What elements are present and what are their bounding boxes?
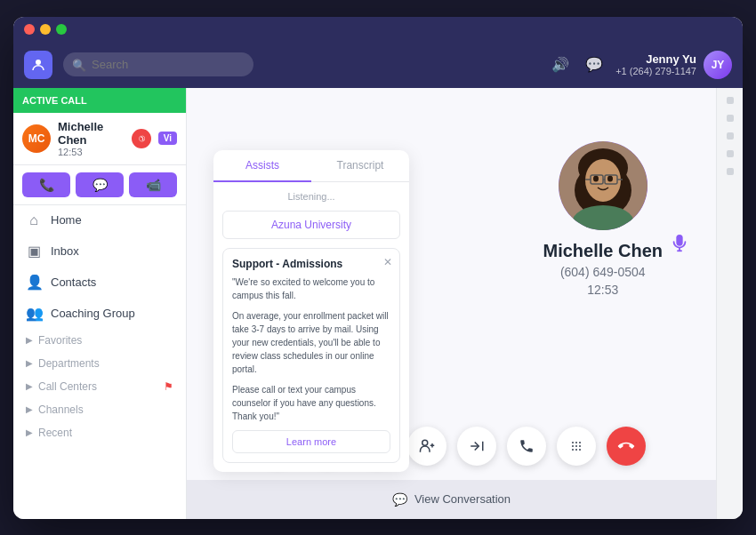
svg-point-23: [422, 440, 427, 445]
sidebar-phone-button[interactable]: 📞: [22, 172, 70, 197]
add-call-button[interactable]: [507, 427, 546, 466]
view-conversation-label: View Conversation: [414, 492, 511, 506]
assists-panel: Assists Transcript Listening... Azuna Un…: [213, 150, 409, 472]
active-call-label: Active Call: [22, 95, 87, 106]
close-dot[interactable]: [24, 24, 35, 35]
contact-info-small: Michelle Chen 12:53: [58, 120, 125, 157]
tab-assists[interactable]: Assists: [213, 150, 311, 182]
main-area: Assists Transcript Listening... Azuna Un…: [187, 88, 716, 519]
contact-full-name: Michelle Chen: [543, 241, 663, 261]
rail-dot-1: [727, 97, 734, 104]
svg-point-32: [579, 442, 581, 443]
add-participant-button[interactable]: [407, 427, 446, 466]
svg-point-33: [572, 445, 574, 447]
rail-dot-4: [727, 150, 734, 157]
transfer-button[interactable]: [457, 427, 496, 466]
assist-suggestion[interactable]: Azuna University: [222, 211, 400, 239]
titlebar: [13, 17, 743, 42]
recent-label: Recent: [38, 427, 72, 439]
assists-tabs: Assists Transcript: [213, 150, 409, 182]
support-card: Support - Admissions ✕ "We're so excited…: [222, 248, 400, 463]
mac-window: 🔍 🔊 💬 Jenny Yu +1 (264) 279-1147 JY: [13, 17, 743, 519]
avatar-initials: JY: [712, 59, 725, 71]
favorites-arrow: ▶: [26, 335, 33, 345]
user-phone: +1 (264) 279-1147: [615, 66, 696, 76]
sidebar-item-inbox-label: Inbox: [51, 244, 79, 258]
search-input[interactable]: [63, 52, 253, 76]
svg-point-36: [572, 449, 574, 451]
coaching-icon: 👥: [26, 305, 42, 322]
home-icon: ⌂: [26, 212, 42, 228]
support-text-1: "We're so excited to welcome you to camp…: [232, 275, 390, 302]
contact-phone: (604) 649-0504: [543, 265, 663, 279]
avatar[interactable]: JY: [704, 51, 732, 79]
maximize-dot[interactable]: [56, 24, 67, 35]
support-close-button[interactable]: ✕: [383, 256, 392, 268]
keypad-button[interactable]: [557, 427, 596, 466]
favorites-label: Favorites: [38, 334, 82, 347]
call-actions-row: 📞 💬 📹: [13, 165, 186, 205]
svg-point-12: [593, 175, 599, 181]
contacts-icon: 👤: [26, 274, 42, 291]
sidebar-section-departments[interactable]: ▶ Departments: [13, 352, 186, 375]
sidebar-item-home[interactable]: ⌂ Home: [13, 205, 186, 236]
sidebar-chat-button[interactable]: 💬: [76, 172, 124, 197]
assist-listening: Listening...: [213, 182, 409, 211]
sidebar-section-channels[interactable]: ▶ Channels: [13, 398, 186, 421]
svg-point-30: [572, 442, 574, 443]
top-bar: 🔍 🔊 💬 Jenny Yu +1 (264) 279-1147 JY: [13, 42, 743, 88]
user-name: Jenny Yu: [615, 52, 696, 66]
mic-icon-top[interactable]: [661, 225, 698, 267]
learn-more-button[interactable]: Learn more: [232, 430, 390, 453]
sidebar-item-contacts[interactable]: 👤 Contacts: [13, 267, 186, 298]
callcenters-flag: ⚑: [164, 380, 173, 393]
call-view: Assists Transcript Listening... Azuna Un…: [187, 88, 716, 412]
sidebar-section-favorites[interactable]: ▶ Favorites: [13, 329, 186, 352]
rail-dot-2: [727, 115, 734, 122]
departments-arrow: ▶: [26, 358, 33, 368]
active-call-banner: Active Call: [13, 88, 186, 113]
view-conversation-bar[interactable]: 💬 View Conversation: [187, 480, 716, 519]
sidebar-item-coaching-label: Coaching Group: [51, 307, 135, 320]
rail-dot-5: [727, 168, 734, 175]
support-text-2: On average, your enrollment packet will …: [232, 309, 390, 376]
contact-card: Michelle Chen (604) 649-0504 12:53: [543, 141, 663, 297]
minimize-dot[interactable]: [40, 24, 51, 35]
view-conversation-icon: 💬: [392, 492, 407, 507]
svg-point-34: [575, 445, 577, 447]
channels-arrow: ▶: [26, 404, 33, 414]
channels-label: Channels: [38, 403, 84, 416]
sidebar-video-button[interactable]: 📹: [129, 172, 177, 197]
rail-dot-3: [727, 132, 734, 140]
sidebar-item-contacts-label: Contacts: [51, 275, 96, 289]
vi-badge: Vi: [158, 132, 177, 145]
right-rail: [716, 88, 743, 519]
end-call-sidebar-button[interactable]: ✆: [127, 124, 155, 152]
inbox-icon: ▣: [26, 243, 42, 260]
tab-transcript[interactable]: Transcript: [311, 150, 409, 181]
recent-arrow: ▶: [26, 427, 33, 437]
contact-duration: 12:53: [543, 283, 663, 297]
sidebar-item-inbox[interactable]: ▣ Inbox: [13, 236, 186, 267]
svg-point-35: [579, 445, 581, 447]
topbar-right: 🔊 💬 Jenny Yu +1 (264) 279-1147 JY: [548, 51, 732, 79]
speaker-icon[interactable]: 🔊: [548, 52, 573, 76]
callcenters-arrow: ▶: [26, 381, 33, 391]
sidebar-section-recent[interactable]: ▶ Recent: [13, 421, 186, 444]
sidebar-item-coaching[interactable]: 👥 Coaching Group: [13, 298, 186, 329]
svg-point-0: [36, 60, 41, 65]
chat-icon[interactable]: 💬: [582, 52, 607, 76]
app-body: 🔍 🔊 💬 Jenny Yu +1 (264) 279-1147 JY: [13, 42, 743, 519]
end-call-button[interactable]: [607, 427, 646, 466]
support-text-3: Please call or text your campus counselo…: [232, 383, 390, 423]
main-content: Active Call MC Michelle Chen 12:53 ✆ Vi …: [13, 88, 743, 519]
sidebar-section-callcenters[interactable]: ▶ Call Centers ⚑: [13, 375, 186, 398]
call-contact: MC Michelle Chen 12:53 ✆ Vi: [13, 113, 186, 165]
contact-time-small: 12:53: [58, 147, 125, 157]
contact-name-small: Michelle Chen: [58, 120, 125, 147]
svg-point-38: [579, 449, 581, 451]
app-logo: [24, 51, 52, 79]
support-card-title: Support - Admissions: [232, 258, 390, 270]
departments-label: Departments: [38, 357, 100, 370]
svg-point-31: [575, 442, 577, 443]
